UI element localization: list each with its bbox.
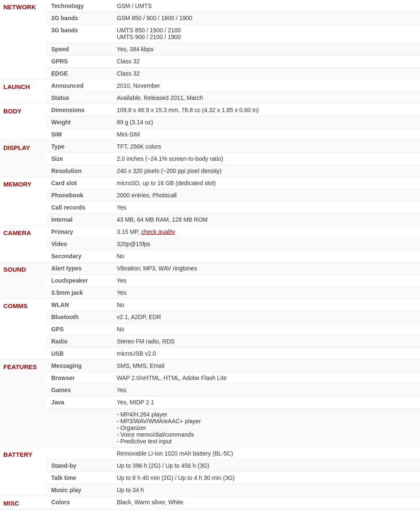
value-cell: 2.0 inches (~24.1% screen-to-body ratio) <box>113 153 420 165</box>
label-cell: SIM <box>46 128 113 141</box>
table-row: BATTERYRemovable Li-Ion 1020 mAh battery… <box>0 448 420 460</box>
label-cell: WLAN <box>46 299 113 311</box>
table-row: Call recordsYes <box>0 202 420 214</box>
label-cell: 2G bands <box>46 12 113 24</box>
value-cell: Up to 396 h (2G) / Up to 456 h (3G) <box>113 460 420 472</box>
value-cell: No <box>113 299 420 311</box>
label-cell: Stand-by <box>46 460 113 472</box>
value-cell: WAP 2.0/xHTML, HTML, Adobe Flash Lite <box>113 372 420 384</box>
category-cell: BODY <box>0 104 46 141</box>
value-cell: Class 32 <box>113 55 420 68</box>
table-row: COMMSWLANNo <box>0 299 420 311</box>
table-row: FEATURESMessagingSMS, MMS, Email <box>0 360 420 372</box>
label-cell: Weight <box>46 116 113 128</box>
label-cell: Secondary <box>46 250 113 262</box>
category-cell: LAUNCH <box>0 80 46 104</box>
value-cell: Class 32 <box>113 68 420 80</box>
label-cell <box>46 448 113 460</box>
label-cell: Colors <box>46 496 113 510</box>
value-cell: Yes <box>113 202 420 214</box>
table-row: MEMORYCard slotmicroSD, up to 16 GB (ded… <box>0 177 420 189</box>
label-cell: Browser <box>46 372 113 384</box>
label-cell: Announced <box>46 80 113 92</box>
table-row: RadioStereo FM radio, RDS <box>0 335 420 348</box>
category-cell: BATTERY <box>0 448 46 496</box>
label-cell: Call records <box>46 202 113 214</box>
table-row: 3G bandsUMTS 850 / 1900 / 2100UMTS 900 /… <box>0 24 420 43</box>
table-row: Size2.0 inches (~24.1% screen-to-body ra… <box>0 153 420 165</box>
table-row: SpeedYes, 384 kbps <box>0 43 420 55</box>
value-cell: 3.15 MP, check quality <box>113 226 420 238</box>
table-row: GamesYes <box>0 384 420 396</box>
label-cell: Games <box>46 384 113 396</box>
label-cell: 3G bands <box>46 24 113 43</box>
value-cell: Available. Released 2011, March <box>113 92 420 104</box>
table-row: Bluetoothv2.1, A2DP, EDR <box>0 311 420 323</box>
value-cell: No <box>113 323 420 335</box>
table-row: SecondaryNo <box>0 250 420 262</box>
label-cell <box>46 409 113 448</box>
category-cell: MISC <box>0 496 46 510</box>
table-row: 2G bandsGSM 850 / 900 / 1800 / 1900 <box>0 12 420 24</box>
table-row: CAMERAPrimary3.15 MP, check quality <box>0 226 420 238</box>
label-cell: USB <box>46 348 113 360</box>
value-cell: UMTS 850 / 1900 / 2100UMTS 900 / 2100 / … <box>113 24 420 43</box>
table-row: Phonebook2000 entries, Photocall <box>0 189 420 202</box>
value-cell: Up to 34 h <box>113 484 420 496</box>
value-cell: - MP4/H.264 player- MP3/WAV/WMA/eAAC+ pl… <box>113 409 420 448</box>
category-cell: CAMERA <box>0 226 46 262</box>
value-cell: 2010, November <box>113 80 420 92</box>
value-cell: Vibration; MP3, WAV ringtones <box>113 262 420 275</box>
check-quality-link[interactable]: check quality <box>141 228 175 235</box>
table-row: Resolution240 x 320 pixels (~200 ppi pix… <box>0 165 420 177</box>
label-cell: Loudspeaker <box>46 275 113 287</box>
value-cell: 43 MB, 64 MB RAM, 128 MB ROM <box>113 214 420 226</box>
specs-table: NETWORKTechnologyGSM / UMTS2G bandsGSM 8… <box>0 0 420 510</box>
value-cell: Yes, MIDP 2.1 <box>113 396 420 409</box>
label-cell: Size <box>46 153 113 165</box>
table-row: SOUNDAlert typesVibration; MP3, WAV ring… <box>0 262 420 275</box>
value-cell: microSD, up to 16 GB (dedicated slot) <box>113 177 420 189</box>
table-row: Internal43 MB, 64 MB RAM, 128 MB ROM <box>0 214 420 226</box>
value-cell: Yes <box>113 287 420 299</box>
table-row: MISCColorsBlack, Warm silver, White <box>0 496 420 510</box>
label-cell: Card slot <box>46 177 113 189</box>
label-cell: Status <box>46 92 113 104</box>
table-row: BrowserWAP 2.0/xHTML, HTML, Adobe Flash … <box>0 372 420 384</box>
label-cell: GPS <box>46 323 113 335</box>
table-row: GPSNo <box>0 323 420 335</box>
value-cell: Yes, 384 kbps <box>113 43 420 55</box>
table-row: EDGEClass 32 <box>0 68 420 80</box>
table-row: Stand-byUp to 396 h (2G) / Up to 456 h (… <box>0 460 420 472</box>
label-cell: Radio <box>46 335 113 348</box>
category-cell: SOUND <box>0 262 46 299</box>
value-cell: Up to 8 h 40 min (2G) / Up to 4 h 30 min… <box>113 472 420 484</box>
label-cell: 3.5mm jack <box>46 287 113 299</box>
category-cell: NETWORK <box>0 0 46 80</box>
value-cell: Mini-SIM <box>113 128 420 141</box>
label-cell: Video <box>46 238 113 250</box>
value-cell: GSM / UMTS <box>113 0 420 12</box>
label-cell: Resolution <box>46 165 113 177</box>
table-row: DISPLAYTypeTFT, 256K colors <box>0 141 420 153</box>
label-cell: Music play <box>46 484 113 496</box>
value-cell: SMS, MMS, Email <box>113 360 420 372</box>
label-cell: Speed <box>46 43 113 55</box>
label-cell: Technology <box>46 0 113 12</box>
table-row: StatusAvailable. Released 2011, March <box>0 92 420 104</box>
table-row: NETWORKTechnologyGSM / UMTS <box>0 0 420 12</box>
table-row: LAUNCHAnnounced2010, November <box>0 80 420 92</box>
category-cell: FEATURES <box>0 360 46 448</box>
category-cell: DISPLAY <box>0 141 46 177</box>
table-row: GPRSClass 32 <box>0 55 420 68</box>
label-cell: Phonebook <box>46 189 113 202</box>
table-row: LoudspeakerYes <box>0 275 420 287</box>
value-cell: Removable Li-Ion 1020 mAh battery (BL-5C… <box>113 448 420 460</box>
label-cell: Dimensions <box>46 104 113 116</box>
value-cell: v2.1, A2DP, EDR <box>113 311 420 323</box>
value-cell: microUSB v2.0 <box>113 348 420 360</box>
label-cell: GPRS <box>46 55 113 68</box>
label-cell: Java <box>46 396 113 409</box>
label-cell: EDGE <box>46 68 113 80</box>
table-row: BODYDimensions109.8 x 46.9 x 15.3 mm, 78… <box>0 104 420 116</box>
